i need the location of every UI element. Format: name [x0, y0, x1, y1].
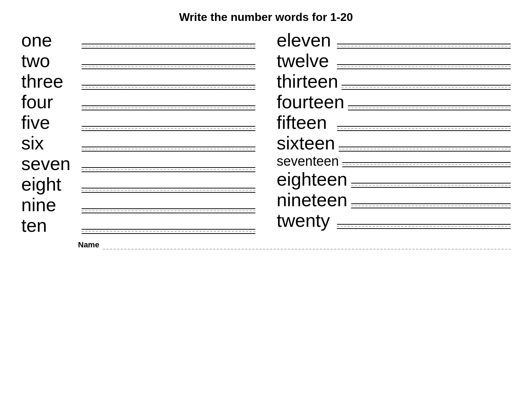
row-eight: eight [21, 175, 255, 194]
row-five: five [21, 113, 255, 132]
write-area-eight[interactable] [82, 188, 255, 193]
row-four: four [21, 93, 255, 112]
row-ten: ten [21, 216, 255, 235]
word-ten: ten [21, 216, 78, 235]
word-eight: eight [21, 175, 78, 193]
row-seven: seven [21, 154, 255, 174]
name-row: Name [21, 240, 511, 250]
write-area-six[interactable] [82, 147, 255, 152]
left-column: one two three [21, 31, 255, 237]
row-three: three [21, 72, 255, 91]
word-six: six [21, 134, 78, 152]
word-seven: seven [21, 154, 78, 173]
row-thirteen: thirteen [277, 72, 511, 91]
row-two: two [21, 51, 255, 71]
row-six: six [21, 134, 255, 153]
row-eighteen: eighteen [277, 170, 511, 189]
word-nine: nine [21, 196, 78, 214]
word-five: five [21, 113, 78, 132]
write-area-sixteen[interactable] [339, 147, 511, 152]
row-twenty: twenty [277, 211, 511, 230]
write-area-eighteen[interactable] [351, 183, 511, 188]
row-eleven: eleven [277, 31, 511, 50]
name-line[interactable] [103, 249, 511, 250]
word-twenty: twenty [277, 211, 333, 230]
write-area-seventeen[interactable] [342, 162, 511, 168]
write-area-five[interactable] [82, 126, 255, 132]
word-eleven: eleven [277, 31, 333, 49]
row-nineteen: nineteen [277, 191, 511, 210]
word-eighteen: eighteen [277, 170, 348, 188]
word-one: one [21, 31, 78, 49]
word-twelve: twelve [277, 51, 333, 70]
write-area-fourteen[interactable] [348, 105, 511, 111]
write-area-one[interactable] [82, 44, 255, 49]
word-three: three [21, 72, 78, 91]
row-sixteen: sixteen [277, 134, 511, 153]
row-fourteen: fourteen [277, 93, 511, 112]
write-area-ten[interactable] [82, 229, 255, 235]
word-two: two [21, 51, 78, 70]
row-fifteen: fifteen [277, 113, 511, 132]
write-area-two[interactable] [82, 64, 255, 70]
write-area-nineteen[interactable] [351, 203, 511, 209]
word-four: four [21, 93, 78, 111]
right-column: eleven twelve thirteen [277, 31, 511, 237]
row-seventeen: seventeen [277, 154, 511, 169]
write-area-nine[interactable] [82, 208, 255, 214]
name-label: Name [78, 240, 99, 250]
word-fifteen: fifteen [277, 113, 333, 132]
word-nineteen: nineteen [277, 191, 348, 209]
word-fourteen: fourteen [277, 93, 344, 111]
write-area-seven[interactable] [82, 167, 255, 173]
write-area-three[interactable] [82, 85, 255, 91]
write-area-thirteen[interactable] [342, 85, 511, 91]
page-title: Write the number words for 1-20 [14, 11, 518, 24]
row-nine: nine [21, 196, 255, 215]
worksheet: one two three [14, 31, 518, 250]
write-area-eleven[interactable] [337, 44, 511, 49]
word-sixteen: sixteen [277, 134, 335, 152]
row-one: one [21, 31, 255, 50]
word-thirteen: thirteen [277, 72, 338, 91]
write-area-four[interactable] [82, 105, 255, 111]
write-area-twenty[interactable] [337, 224, 511, 230]
row-twelve: twelve [277, 51, 511, 71]
write-area-fifteen[interactable] [337, 126, 511, 132]
write-area-twelve[interactable] [337, 64, 511, 70]
word-seventeen: seventeen [277, 154, 339, 168]
